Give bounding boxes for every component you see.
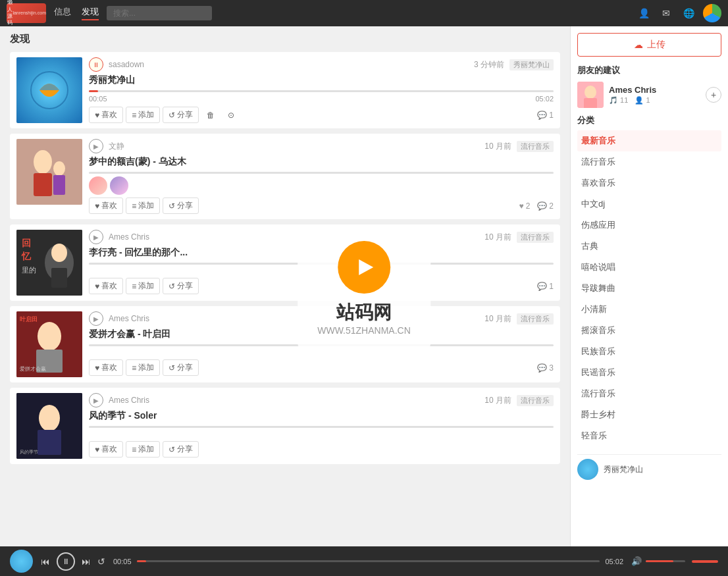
- share-btn-3[interactable]: ↺ 分享: [163, 278, 199, 294]
- song-header-2: ▶ 文静 10 月前 流行音乐: [89, 139, 554, 153]
- share-btn-5[interactable]: ↺ 分享: [163, 441, 199, 458]
- progress-bar-2[interactable]: [89, 172, 554, 174]
- add-btn-2[interactable]: ≡ 添加: [126, 197, 160, 214]
- more-btn-1[interactable]: ⊙: [222, 109, 240, 122]
- song-meta-1: ⏸ sasadown: [89, 57, 144, 72]
- time-ago-2: 10 月前: [484, 141, 511, 152]
- like-btn-3[interactable]: ♥ 喜欢: [89, 278, 123, 294]
- next-button[interactable]: ⏭: [82, 556, 91, 567]
- category-item-5[interactable]: 古典: [577, 236, 721, 257]
- song-card-1: ⏸ sasadown 3 分钟前 秀丽梵净山 秀丽梵净山 00:05 05:02: [10, 52, 560, 128]
- category-item-4[interactable]: 伤感应用: [577, 215, 721, 236]
- progress-bar-4[interactable]: [89, 344, 554, 346]
- category-item-7[interactable]: 导跋舞曲: [577, 278, 721, 299]
- category-item-8[interactable]: 小清新: [577, 299, 721, 320]
- pause-button-1[interactable]: ⏸: [89, 57, 103, 72]
- heart-icon-4: ♥: [95, 363, 99, 373]
- category-item-0[interactable]: 最新音乐: [577, 130, 721, 151]
- share-icon-2: ↺: [169, 201, 175, 211]
- add-icon-4: ≡: [132, 363, 136, 373]
- brand-logo[interactable]: [703, 4, 721, 22]
- action-row-2: ♥ 喜欢 ≡ 添加 ↺ 分享 ♥2 💬2: [89, 197, 554, 214]
- volume-icon[interactable]: 🔊: [631, 556, 642, 566]
- category-item-6[interactable]: 嘻哈说唱: [577, 257, 721, 278]
- category-item-3[interactable]: 中文dj: [577, 194, 721, 215]
- upload-button[interactable]: ☁ 上传: [577, 33, 721, 57]
- follow-button[interactable]: +: [706, 87, 721, 103]
- progress-fill-1: [89, 90, 98, 92]
- add-btn-1[interactable]: ≡ 添加: [126, 107, 160, 123]
- mail-icon[interactable]: ✉: [658, 5, 674, 21]
- comment-count-1: 💬1: [537, 111, 554, 120]
- add-icon-2: ≡: [132, 201, 136, 211]
- like-btn-5[interactable]: ♥ 喜欢: [89, 441, 123, 458]
- song-header-3: ▶ Ames Chris 10 月前 流行音乐: [89, 230, 554, 244]
- like-btn-1[interactable]: ♥ 喜欢: [89, 107, 123, 123]
- volume-area: 🔊: [631, 556, 718, 566]
- like-btn-2[interactable]: ♥ 喜欢: [89, 197, 123, 214]
- song-header-1: ⏸ sasadown 3 分钟前 秀丽梵净山: [89, 57, 554, 72]
- song-meta-2: ▶ 文静: [89, 139, 124, 153]
- player-thumb: [10, 550, 33, 573]
- add-btn-5[interactable]: ≡ 添加: [126, 441, 160, 458]
- nav-info[interactable]: 信息: [54, 6, 71, 20]
- play-button-5[interactable]: ▶: [89, 393, 103, 407]
- action-row-1: ♥ 喜欢 ≡ 添加 ↺ 分享 🗑 ⊙ 💬1: [89, 107, 554, 123]
- svg-point-4: [53, 161, 65, 176]
- category-item-1[interactable]: 流行音乐: [577, 151, 721, 172]
- player-current-time: 00:05: [113, 558, 132, 565]
- song-meta-3: ▶ Ames Chris: [89, 230, 149, 244]
- play-button-3[interactable]: ▶: [89, 230, 103, 244]
- person-icon[interactable]: 👤: [636, 5, 652, 21]
- repeat-button[interactable]: ↺: [97, 556, 105, 567]
- category-item-13[interactable]: 爵士乡村: [577, 404, 721, 425]
- svg-text:风的季节: 风的季节: [20, 450, 38, 454]
- volume-track[interactable]: [646, 560, 685, 562]
- player-progress: 00:05 05:02: [113, 558, 623, 565]
- play-button-2[interactable]: ▶: [89, 139, 103, 153]
- delete-btn-1[interactable]: 🗑: [201, 109, 220, 122]
- prev-button[interactable]: ⏮: [41, 556, 50, 567]
- song-card-4: 爱拼才会赢 叶启田 ▶ Ames Chris 10 月前 流行音乐 爱拼才会赢 …: [10, 306, 560, 382]
- song-time-2: 10 月前 流行音乐: [484, 141, 554, 152]
- author-1: sasadown: [109, 60, 144, 69]
- share-btn-2[interactable]: ↺ 分享: [163, 197, 199, 214]
- progress-bar-3[interactable]: [89, 263, 554, 265]
- nav-right: 👤 ✉ 🌐: [636, 4, 721, 22]
- like-btn-4[interactable]: ♥ 喜欢: [89, 359, 123, 376]
- category-item-11[interactable]: 民谣音乐: [577, 362, 721, 383]
- add-btn-3[interactable]: ≡ 添加: [126, 278, 160, 294]
- share-icon-5: ↺: [169, 445, 175, 454]
- song-title-2: 梦中的额吉(蒙) - 乌达木: [89, 156, 554, 168]
- category-item-9[interactable]: 摇滚音乐: [577, 320, 721, 341]
- category-item-10[interactable]: 民族音乐: [577, 341, 721, 362]
- category-item-14[interactable]: 轻音乐: [577, 425, 721, 446]
- share-btn-1[interactable]: ↺ 分享: [163, 107, 199, 123]
- play-button-4[interactable]: ▶: [89, 311, 103, 326]
- play-pause-button[interactable]: ⏸: [57, 552, 75, 571]
- category-item-2[interactable]: 喜欢音乐: [577, 172, 721, 194]
- category-item-12[interactable]: 流行音乐: [577, 383, 721, 404]
- progress-track[interactable]: [137, 560, 600, 562]
- time-row-1: 00:05 05:02: [89, 95, 554, 103]
- author-2: 文静: [109, 141, 124, 152]
- globe-icon[interactable]: 🌐: [681, 5, 696, 21]
- search-input[interactable]: [107, 6, 212, 20]
- share-btn-4[interactable]: ↺ 分享: [163, 359, 199, 376]
- action-row-5: ♥ 喜欢 ≡ 添加 ↺ 分享: [89, 441, 554, 458]
- genre-4: 流行音乐: [517, 313, 554, 325]
- progress-bar-5[interactable]: [89, 426, 554, 428]
- share-icon-3: ↺: [169, 282, 175, 291]
- song-thumb-4: 爱拼才会赢 叶启田: [16, 311, 82, 377]
- song-info-5: ▶ Ames Chris 10 月前 流行音乐 风的季节 - Soler ♥ 喜…: [89, 393, 554, 459]
- nav-discover[interactable]: 发现: [82, 6, 99, 20]
- current-time-1: 00:05: [89, 95, 107, 103]
- sidebar-thumb: [577, 459, 598, 480]
- app-logo: 懒人源码 lanrenshijin.com: [7, 3, 46, 23]
- fans-count: 🎵 11: [609, 96, 628, 105]
- friend-avatar: [577, 82, 604, 108]
- player-controls: ⏮ ⏸ ⏭ ↺: [41, 552, 105, 571]
- add-btn-4[interactable]: ≡ 添加: [126, 359, 160, 376]
- svg-point-23: [585, 86, 596, 99]
- progress-bar-1[interactable]: [89, 90, 554, 92]
